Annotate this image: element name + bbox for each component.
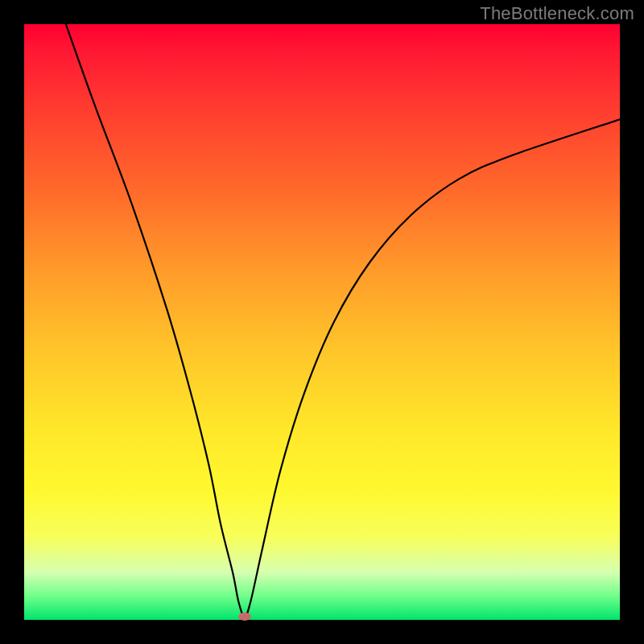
bottleneck-curve-path: [66, 24, 620, 617]
curve-svg: [24, 24, 620, 620]
watermark-text: TheBottleneck.com: [480, 3, 634, 24]
min-point-marker: [238, 613, 251, 621]
chart-frame: TheBottleneck.com: [0, 0, 644, 644]
plot-area: [24, 24, 620, 620]
